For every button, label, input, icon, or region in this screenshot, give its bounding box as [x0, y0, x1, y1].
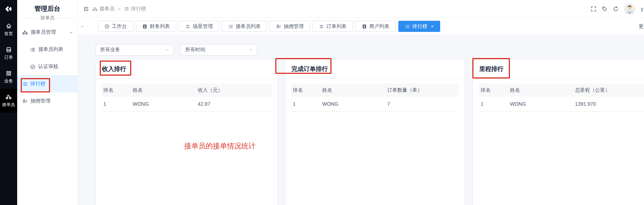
column-header: 收入（元）	[196, 84, 272, 97]
column-header: 排名	[291, 84, 320, 97]
menu-fold-icon[interactable]	[83, 6, 89, 12]
name-cell: WONG	[131, 97, 196, 111]
column-header: 姓名	[131, 84, 196, 97]
breadcrumb-item-ranking[interactable]: 排行榜	[124, 6, 146, 12]
top-header: 接单员 > 排行榜 y	[78, 0, 644, 18]
completed-orders-ranking-panel: 完成订单排行 排名 姓名 订单数量（单） 1 WONG 7	[285, 59, 465, 205]
tab-label: 抽佣管理	[284, 23, 304, 30]
check-circle-icon	[30, 64, 35, 70]
tab-merchant-list[interactable]: 商户列表	[355, 21, 396, 32]
rail-item-business[interactable]: 业务	[0, 65, 17, 89]
header-actions: y	[591, 3, 644, 15]
table-row[interactable]: 1 WONG 7	[291, 97, 459, 111]
sidebar-item-ranking[interactable]: 排行榜	[17, 75, 78, 92]
rail-item-label: 订单	[4, 54, 13, 61]
breadcrumb-separator: >	[118, 6, 121, 12]
business-filter-select[interactable]: 所有业务	[95, 44, 173, 56]
person-list-icon	[276, 24, 281, 29]
tabs-more[interactable]: 更	[639, 23, 644, 30]
tab-label: 排行榜	[412, 23, 427, 30]
time-filter-select[interactable]: 所有时间	[181, 44, 257, 56]
three-lines-icon	[319, 24, 324, 29]
sidebar-item-label: 接单员管理	[31, 29, 56, 35]
person-list-icon	[22, 99, 28, 104]
tab-scroll-icon[interactable]	[80, 24, 84, 29]
tab-finance-list[interactable]: 财务列表	[136, 21, 176, 32]
dashboard-clock-icon	[104, 24, 109, 29]
fullscreen-icon[interactable]	[591, 6, 596, 12]
courier-bike-icon	[22, 29, 28, 35]
list-icon	[228, 24, 233, 29]
three-lines-icon	[185, 24, 190, 29]
sidebar-section: 接单员	[17, 14, 78, 22]
rail-item-courier[interactable]: 接单员	[0, 89, 17, 113]
sidebar-section-label: 接单员	[40, 15, 54, 21]
breadcrumb: 接单员 > 排行榜	[83, 6, 146, 12]
tab-label: 财务列表	[150, 23, 170, 30]
refresh-icon[interactable]	[613, 6, 619, 12]
column-header: 总里程（公里）	[573, 84, 644, 97]
admin-dashboard: 首页 订单 业务 接单员 管理后台 接单员 接单员管理	[0, 0, 644, 205]
order-document-icon	[6, 47, 12, 53]
rail-item-home[interactable]: 首页	[0, 18, 17, 42]
panel-title: 完成订单排行	[285, 59, 464, 79]
column-header: 排名	[479, 84, 508, 97]
tab-label: 场景管理	[193, 23, 213, 30]
icon-rail: 首页 订单 业务 接单员	[0, 0, 17, 205]
courier-bike-icon	[92, 6, 98, 11]
list-icon	[22, 81, 28, 87]
breadcrumb-item-courier[interactable]: 接单员	[92, 6, 114, 12]
column-header: 排名	[102, 84, 131, 97]
tab-workbench[interactable]: 工作台	[98, 21, 133, 32]
tab-scene-management[interactable]: 场景管理	[179, 21, 219, 32]
panel-title: 里程排行	[473, 59, 644, 79]
username[interactable]: y	[641, 6, 643, 12]
rail-item-label: 首页	[4, 31, 13, 37]
rank-cell: 1	[291, 97, 320, 111]
app-logo-icon[interactable]	[0, 0, 17, 18]
panel-title: 收入排行	[96, 59, 277, 79]
annotation-note: 接单员的接单情况统计	[184, 141, 256, 151]
column-header: 订单数量（单）	[385, 84, 459, 97]
tab-close-icon[interactable]: ×	[431, 24, 434, 29]
column-header: 姓名	[320, 84, 385, 97]
chevron-down-icon	[249, 48, 253, 52]
completed-orders-ranking-table: 排名 姓名 订单数量（单） 1 WONG 7	[291, 84, 459, 111]
table-header-row: 排名 姓名 总里程（公里）	[479, 84, 644, 97]
divider	[20, 18, 38, 18]
tag-icon[interactable]	[602, 6, 608, 12]
value-cell: 42.87	[196, 97, 272, 111]
list-icon	[124, 6, 129, 11]
tab-courier-list[interactable]: 接单员列表	[222, 21, 267, 32]
tab-ranking[interactable]: 排行榜 ×	[398, 21, 440, 32]
select-value: 所有时间	[185, 47, 205, 53]
courier-bike-icon	[5, 94, 12, 100]
select-value: 所有业务	[100, 47, 120, 53]
value-cell: 7	[385, 97, 459, 111]
rail-item-orders[interactable]: 订单	[0, 42, 17, 65]
avatar[interactable]	[624, 3, 635, 15]
sidebar-item-label: 抽佣管理	[30, 98, 50, 104]
rank-cell: 1	[102, 97, 131, 111]
sidebar: 管理后台 接单员 接单员管理 接单员列表 认证审核 排行榜	[17, 0, 78, 205]
business-grid-icon	[6, 70, 12, 76]
sidebar-item-commission[interactable]: 抽佣管理	[17, 92, 78, 110]
tab-order-list[interactable]: 订单列表	[313, 21, 353, 32]
sidebar-item-audit[interactable]: 认证审核	[17, 58, 78, 75]
tab-commission[interactable]: 抽佣管理	[270, 21, 310, 32]
tab-label: 商户列表	[369, 23, 389, 30]
name-cell: WONG	[320, 97, 385, 111]
sidebar-item-courier-list[interactable]: 接单员列表	[17, 41, 78, 58]
table-row[interactable]: 1 WONG 42.87	[102, 97, 272, 111]
contact-book-icon	[362, 24, 367, 29]
contact-book-icon	[142, 24, 147, 29]
mileage-ranking-panel: 里程排行 排名 姓名 总里程（公里） 1 WONG 1391.970	[473, 59, 644, 205]
home-icon	[6, 23, 12, 29]
content-area: 所有业务 所有时间 收入排行 排名 姓名 收入（元） 1 WONG 42.87	[78, 35, 644, 205]
sidebar-item-label: 排行榜	[30, 81, 45, 87]
tab-label: 工作台	[112, 23, 127, 30]
table-row[interactable]: 1 WONG 1391.970	[479, 97, 644, 111]
tabs: 工作台 财务列表 场景管理 接单员列表 抽佣管理 订单列表	[98, 21, 440, 32]
list-icon	[405, 24, 410, 29]
sidebar-item-courier-management[interactable]: 接单员管理	[17, 24, 78, 41]
